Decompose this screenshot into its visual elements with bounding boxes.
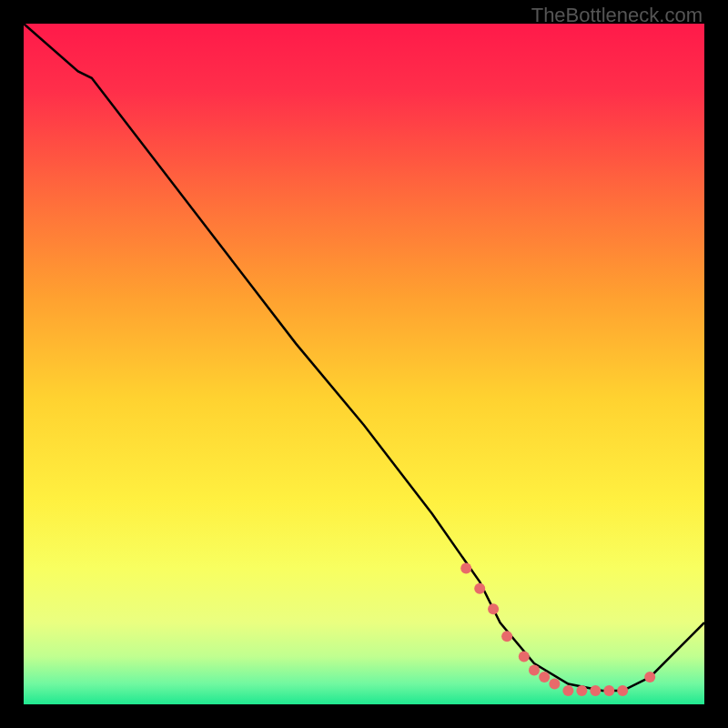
data-marker bbox=[644, 672, 655, 682]
data-marker bbox=[539, 672, 550, 682]
data-marker bbox=[474, 583, 485, 594]
curve-layer bbox=[24, 24, 704, 704]
data-marker bbox=[590, 685, 601, 696]
data-marker bbox=[549, 679, 560, 690]
data-marker bbox=[603, 685, 614, 696]
data-markers bbox=[460, 562, 655, 696]
plot-area bbox=[24, 24, 704, 704]
data-marker bbox=[460, 562, 471, 573]
data-marker bbox=[501, 631, 512, 642]
bottleneck-curve bbox=[24, 24, 704, 691]
data-marker bbox=[617, 685, 628, 696]
bottleneck-chart: TheBottleneck.com bbox=[0, 0, 728, 728]
data-marker bbox=[576, 685, 587, 696]
data-marker bbox=[529, 665, 540, 676]
data-marker bbox=[519, 652, 530, 662]
data-marker bbox=[562, 685, 573, 696]
data-marker bbox=[488, 603, 499, 614]
